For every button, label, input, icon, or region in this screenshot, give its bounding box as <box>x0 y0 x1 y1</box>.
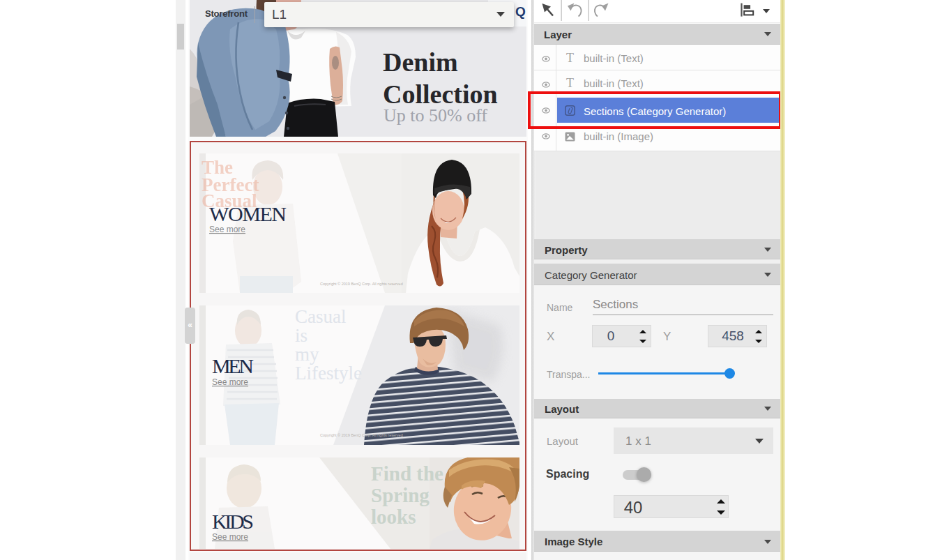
svg-text:is: is <box>295 325 308 346</box>
svg-text:Lifestyle: Lifestyle <box>295 363 362 384</box>
svg-text:See more: See more <box>212 377 248 387</box>
svg-text:Spring: Spring <box>371 484 430 506</box>
svg-text:Casual: Casual <box>295 306 347 327</box>
svg-text:See more: See more <box>212 532 248 542</box>
svg-text:See more: See more <box>209 225 245 234</box>
svg-text:Copyright © 2019 BenQ Corp. Al: Copyright © 2019 BenQ Corp. All rights r… <box>320 282 403 286</box>
svg-text:Find the: Find the <box>371 462 443 485</box>
svg-text:KIDS: KIDS <box>212 510 254 533</box>
svg-text:WOMEN: WOMEN <box>209 202 287 225</box>
svg-text:looks: looks <box>371 506 416 528</box>
svg-text:MEN: MEN <box>212 354 254 377</box>
svg-text:Copyright © 2019 BenQ Corp. Al: Copyright © 2019 BenQ Corp. All rights r… <box>320 433 403 437</box>
svg-text:my: my <box>295 344 319 365</box>
